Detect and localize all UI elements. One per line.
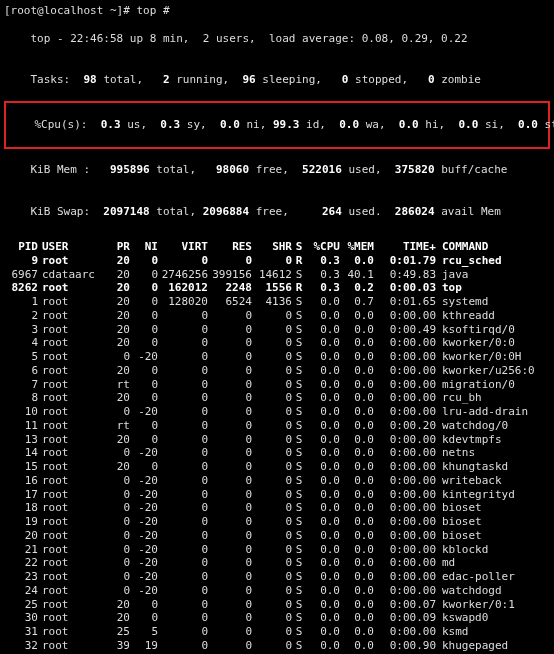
cell-pid: 24: [4, 584, 38, 598]
process-row: 4root200000S0.00.00:00.00kworker/0:0: [4, 336, 550, 350]
process-row: 21root0-20000S0.00.00:00.00kblockd: [4, 543, 550, 557]
cell-cpu: 0.0: [306, 405, 340, 419]
terminal-screen[interactable]: [root@localhost ~]# top # top - 22:46:58…: [0, 0, 554, 654]
cell-cmd: top: [436, 281, 550, 295]
cell-time: 0:00.00: [374, 556, 436, 570]
shell-prompt: [root@localhost ~]# top #: [4, 4, 550, 18]
cell-pr: 20: [102, 309, 130, 323]
cell-pr: 0: [102, 529, 130, 543]
cell-ni: 0: [130, 336, 158, 350]
cell-user: root: [38, 598, 102, 612]
cell-cmd: java: [436, 268, 550, 282]
cell-mem: 0.0: [340, 391, 374, 405]
cell-shr: 0: [252, 474, 292, 488]
cell-mem: 0.0: [340, 556, 374, 570]
cell-s: S: [292, 556, 306, 570]
cell-ni: -20: [130, 474, 158, 488]
cell-ni: 0: [130, 433, 158, 447]
cell-mem: 0.0: [340, 405, 374, 419]
cell-ni: 0: [130, 598, 158, 612]
cell-cmd: kswapd0: [436, 611, 550, 625]
cell-user: root: [38, 543, 102, 557]
cell-ni: 0: [130, 295, 158, 309]
cell-shr: 0: [252, 543, 292, 557]
cell-ni: 5: [130, 625, 158, 639]
cell-virt: 0: [158, 364, 208, 378]
cell-time: 0:00.00: [374, 350, 436, 364]
cell-res: 0: [208, 350, 252, 364]
cell-pr: 0: [102, 556, 130, 570]
cell-s: S: [292, 543, 306, 557]
cell-shr: 0: [252, 625, 292, 639]
cell-s: S: [292, 295, 306, 309]
cell-cmd: kworker/0:0: [436, 336, 550, 350]
process-row: 10root0-20000S0.00.00:00.00lru-add-drain: [4, 405, 550, 419]
cell-s: S: [292, 501, 306, 515]
cell-cpu: 0.0: [306, 556, 340, 570]
cell-shr: 0: [252, 323, 292, 337]
cell-cpu: 0.0: [306, 350, 340, 364]
cell-s: S: [292, 268, 306, 282]
cell-res: 0: [208, 433, 252, 447]
cell-pr: 0: [102, 570, 130, 584]
cell-mem: 0.0: [340, 474, 374, 488]
cell-time: 0:00.00: [374, 474, 436, 488]
cell-pid: 6967: [4, 268, 38, 282]
cell-ni: -20: [130, 529, 158, 543]
cell-res: 0: [208, 501, 252, 515]
cell-shr: 0: [252, 419, 292, 433]
cell-cmd: bioset: [436, 515, 550, 529]
cell-ni: -20: [130, 501, 158, 515]
cell-user: root: [38, 639, 102, 653]
cell-ni: 0: [130, 281, 158, 295]
cell-s: S: [292, 405, 306, 419]
cell-ni: 0: [130, 309, 158, 323]
cell-time: 0:00.00: [374, 378, 436, 392]
process-row: 22root0-20000S0.00.00:00.00md: [4, 556, 550, 570]
cell-cmd: md: [436, 556, 550, 570]
cell-cmd: watchdogd: [436, 584, 550, 598]
cell-user: root: [38, 281, 102, 295]
cell-pid: 1: [4, 295, 38, 309]
cell-shr: 0: [252, 254, 292, 268]
cell-user: root: [38, 364, 102, 378]
cell-s: S: [292, 419, 306, 433]
cell-res: 0: [208, 625, 252, 639]
cell-user: root: [38, 336, 102, 350]
cell-cpu: 0.3: [306, 254, 340, 268]
cell-cmd: rcu_sched: [436, 254, 550, 268]
cell-virt: 162012: [158, 281, 208, 295]
cell-mem: 0.0: [340, 501, 374, 515]
cell-shr: 0: [252, 611, 292, 625]
process-row: 25root200000S0.00.00:00.07kworker/0:1: [4, 598, 550, 612]
cell-s: S: [292, 639, 306, 653]
cell-cpu: 0.0: [306, 364, 340, 378]
cell-s: S: [292, 446, 306, 460]
cell-time: 0:01.79: [374, 254, 436, 268]
cell-cpu: 0.0: [306, 584, 340, 598]
cell-s: S: [292, 364, 306, 378]
cell-virt: 0: [158, 556, 208, 570]
cell-cmd: lru-add-drain: [436, 405, 550, 419]
cell-time: 0:00.00: [374, 433, 436, 447]
cell-mem: 0.0: [340, 336, 374, 350]
cell-s: S: [292, 433, 306, 447]
cell-shr: 14612: [252, 268, 292, 282]
cell-pid: 18: [4, 501, 38, 515]
cell-shr: 1556: [252, 281, 292, 295]
cell-time: 0:00.00: [374, 570, 436, 584]
cell-ni: -20: [130, 488, 158, 502]
cell-shr: 0: [252, 556, 292, 570]
cell-virt: 0: [158, 474, 208, 488]
cell-mem: 0.0: [340, 460, 374, 474]
cell-cpu: 0.0: [306, 446, 340, 460]
cell-res: 2248: [208, 281, 252, 295]
cell-pid: 20: [4, 529, 38, 543]
cell-user: root: [38, 419, 102, 433]
cell-res: 0: [208, 378, 252, 392]
cell-time: 0:00.00: [374, 446, 436, 460]
cell-pr: 20: [102, 611, 130, 625]
process-row: 1root20012802065244136S0.00.70:01.65syst…: [4, 295, 550, 309]
cell-ni: 0: [130, 419, 158, 433]
cell-virt: 0: [158, 625, 208, 639]
